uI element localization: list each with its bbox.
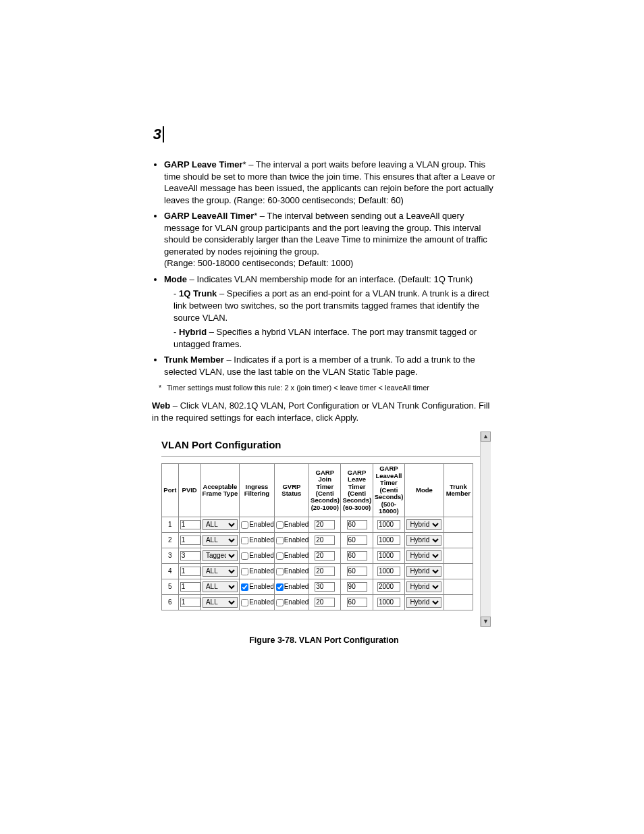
garp-join-input[interactable] xyxy=(315,582,335,592)
chapter-number: 3 xyxy=(145,126,164,142)
th-garp-leaveall: GARP LeaveAll Timer (Centi Seconds) (500… xyxy=(373,464,404,517)
th-trunk-member: Trunk Member xyxy=(444,464,473,517)
garp-leaveall-input[interactable] xyxy=(377,567,400,576)
pvid-input[interactable] xyxy=(180,567,200,576)
cell-port: 5 xyxy=(162,579,179,594)
cell-trunk-member xyxy=(444,563,473,579)
figure-caption: Figure 3-78. VLAN Port Configuration xyxy=(152,635,496,646)
pvid-input[interactable] xyxy=(180,520,200,529)
gvrp-checkbox[interactable] xyxy=(276,568,284,575)
frame-type-select[interactable]: ALLTagged xyxy=(203,581,238,592)
garp-leaveall-input[interactable] xyxy=(377,551,400,561)
label: GARP LeaveAll Timer xyxy=(164,211,254,221)
garp-join-input[interactable] xyxy=(315,520,335,529)
pvid-input[interactable] xyxy=(180,582,200,592)
timer-footnote: *Timer settings must follow this rule: 2… xyxy=(159,383,496,393)
ingress-checkbox[interactable] xyxy=(241,599,248,606)
label: GARP Leave Timer xyxy=(164,159,243,170)
garp-leaveall-input[interactable] xyxy=(377,536,400,545)
bullet-garp-leaveall-timer: GARP LeaveAll Timer* – The interval betw… xyxy=(164,210,496,269)
cell-port: 6 xyxy=(162,594,179,610)
bullet-garp-leave-timer: GARP Leave Timer* – The interval a port … xyxy=(164,159,496,206)
ingress-checkbox[interactable] xyxy=(241,568,248,575)
garp-leaveall-input[interactable] xyxy=(377,582,400,592)
bullet-mode-1q-trunk: 1Q Trunk – Specifies a port as an end-po… xyxy=(173,288,496,323)
frame-type-select[interactable]: ALLTagged xyxy=(203,566,238,577)
th-port: Port xyxy=(162,464,179,517)
label: Trunk Member xyxy=(164,355,224,365)
garp-leave-input[interactable] xyxy=(347,567,367,576)
scroll-down-icon[interactable]: ▼ xyxy=(481,617,491,627)
pvid-input[interactable] xyxy=(180,598,200,607)
range-text: (Range: 500-18000 centiseconds; Default:… xyxy=(164,258,353,268)
cell-port: 3 xyxy=(162,548,179,563)
pvid-input[interactable] xyxy=(180,551,200,561)
garp-leave-input[interactable] xyxy=(347,520,367,529)
frame-type-select[interactable]: ALLTagged xyxy=(203,519,238,530)
mode-select[interactable]: Hybrid1Q Trunk xyxy=(406,550,441,561)
scroll-up-icon[interactable]: ▲ xyxy=(481,432,491,442)
garp-join-input[interactable] xyxy=(315,598,335,607)
scrollbar[interactable]: ▲ ▼ xyxy=(480,432,491,627)
garp-leave-input[interactable] xyxy=(347,598,367,607)
cell-port: 1 xyxy=(162,517,179,532)
mode-select[interactable]: Hybrid1Q Trunk xyxy=(406,581,441,592)
vlan-port-table: Port PVID Acceptable Frame Type Ingress … xyxy=(161,463,473,610)
table-row: 2ALLTaggedEnabledEnabledHybrid1Q Trunk xyxy=(162,532,473,548)
text: – Click VLAN, 802.1Q VLAN, Port Configur… xyxy=(152,400,490,423)
frame-type-select[interactable]: ALLTagged xyxy=(203,550,238,561)
label: 1Q Trunk xyxy=(179,288,217,298)
gvrp-checkbox[interactable] xyxy=(276,583,284,591)
cell-trunk-member xyxy=(444,517,473,532)
pvid-input[interactable] xyxy=(180,536,200,545)
web-instructions: Web – Click VLAN, 802.1Q VLAN, Port Conf… xyxy=(152,400,496,423)
bullet-mode: Mode – Indicates VLAN membership mode fo… xyxy=(164,273,496,350)
th-garp-join: GARP Join Timer (Centi Seconds) (20-1000… xyxy=(309,464,341,517)
mode-select[interactable]: Hybrid1Q Trunk xyxy=(406,597,441,608)
table-header-row: Port PVID Acceptable Frame Type Ingress … xyxy=(162,464,473,517)
garp-join-input[interactable] xyxy=(315,551,335,561)
table-row: 4ALLTaggedEnabledEnabledHybrid1Q Trunk xyxy=(162,563,473,579)
table-row: 1ALLTaggedEnabledEnabledHybrid1Q Trunk xyxy=(162,517,473,532)
ingress-checkbox[interactable] xyxy=(241,521,248,529)
garp-leave-input[interactable] xyxy=(347,536,367,545)
ingress-checkbox[interactable] xyxy=(241,552,248,560)
panel-divider xyxy=(161,456,488,457)
ingress-checkbox[interactable] xyxy=(241,583,248,591)
cell-trunk-member xyxy=(444,579,473,594)
ingress-checkbox[interactable] xyxy=(241,537,248,544)
mode-select[interactable]: Hybrid1Q Trunk xyxy=(406,535,441,546)
text: – Specifies a port as an end-point for a… xyxy=(173,288,489,322)
th-pvid: PVID xyxy=(178,464,200,517)
garp-leave-input[interactable] xyxy=(347,582,367,592)
th-frame-type: Acceptable Frame Type xyxy=(200,464,240,517)
mode-select[interactable]: Hybrid1Q Trunk xyxy=(406,566,441,577)
frame-type-select[interactable]: ALLTagged xyxy=(203,597,238,608)
table-row: 3ALLTaggedEnabledEnabledHybrid1Q Trunk xyxy=(162,548,473,563)
garp-join-input[interactable] xyxy=(315,536,335,545)
frame-type-select[interactable]: ALLTagged xyxy=(203,535,238,546)
cell-trunk-member xyxy=(444,594,473,610)
cell-trunk-member xyxy=(444,532,473,548)
panel-title: VLAN Port Configuration xyxy=(161,438,488,452)
garp-leaveall-input[interactable] xyxy=(377,520,400,529)
label: Hybrid xyxy=(179,327,207,337)
body-text: GARP Leave Timer* – The interval a port … xyxy=(152,159,496,646)
gvrp-checkbox[interactable] xyxy=(276,537,284,544)
gvrp-checkbox[interactable] xyxy=(276,521,284,529)
mode-select[interactable]: Hybrid1Q Trunk xyxy=(406,519,441,530)
th-garp-leave: GARP Leave Timer (Centi Seconds) (60-300… xyxy=(341,464,373,517)
screenshot-panel: VLAN Port Configuration Port PVID Accept… xyxy=(152,432,491,627)
table-row: 5ALLTaggedEnabledEnabledHybrid1Q Trunk xyxy=(162,579,473,594)
text: – Indicates VLAN membership mode for an … xyxy=(187,274,473,284)
garp-leaveall-input[interactable] xyxy=(377,598,400,607)
garp-join-input[interactable] xyxy=(315,567,335,576)
garp-leave-input[interactable] xyxy=(347,551,367,561)
th-gvrp: GVRP Status xyxy=(274,464,308,517)
gvrp-checkbox[interactable] xyxy=(276,552,284,560)
bullet-mode-hybrid: Hybrid – Specifies a hybrid VLAN interfa… xyxy=(173,326,496,350)
table-row: 6ALLTaggedEnabledEnabledHybrid1Q Trunk xyxy=(162,594,473,610)
cell-trunk-member xyxy=(444,548,473,563)
label: Web xyxy=(152,400,170,411)
gvrp-checkbox[interactable] xyxy=(276,599,284,606)
